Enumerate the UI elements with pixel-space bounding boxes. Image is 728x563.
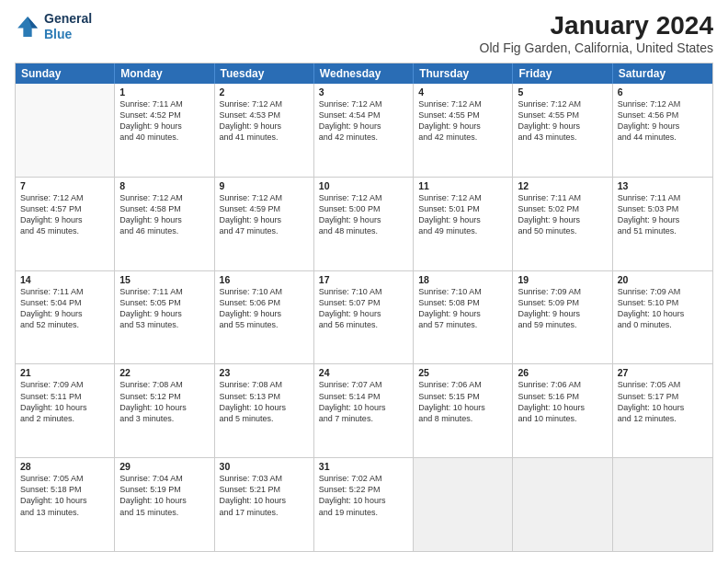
calendar-cell: 8Sunrise: 7:12 AMSunset: 4:58 PMDaylight… bbox=[115, 178, 214, 270]
cell-info-line: Sunrise: 7:11 AM bbox=[20, 286, 109, 297]
cell-info-line: and 45 minutes. bbox=[20, 225, 109, 236]
cell-info-line: and 47 minutes. bbox=[220, 225, 309, 236]
cell-info-line: and 56 minutes. bbox=[319, 319, 408, 330]
calendar-cell: 22Sunrise: 7:08 AMSunset: 5:12 PMDayligh… bbox=[115, 364, 214, 457]
cell-info-line: Sunset: 5:11 PM bbox=[20, 391, 109, 402]
cell-info-line: Daylight: 9 hours bbox=[319, 121, 408, 132]
cell-info-line: Sunrise: 7:09 AM bbox=[618, 286, 708, 297]
cell-info-line: and 40 minutes. bbox=[119, 132, 209, 143]
calendar-cell: 21Sunrise: 7:09 AMSunset: 5:11 PMDayligh… bbox=[16, 364, 115, 457]
calendar-cell: 26Sunrise: 7:06 AMSunset: 5:16 PMDayligh… bbox=[513, 364, 612, 457]
cell-info-line: Sunrise: 7:08 AM bbox=[220, 379, 309, 390]
calendar-cell: 15Sunrise: 7:11 AMSunset: 5:05 PMDayligh… bbox=[115, 271, 214, 364]
cell-info-line: Daylight: 9 hours bbox=[518, 214, 607, 225]
cell-info-line: and 41 minutes. bbox=[220, 132, 309, 143]
day-number: 8 bbox=[119, 180, 209, 191]
cell-info-line: Sunset: 5:05 PM bbox=[119, 297, 209, 308]
cell-info-line: Sunrise: 7:10 AM bbox=[220, 286, 309, 297]
cell-info-line: Daylight: 10 hours bbox=[220, 495, 309, 506]
weekday-header: Thursday bbox=[414, 63, 513, 84]
logo-icon bbox=[15, 14, 40, 40]
cell-info-line: Sunrise: 7:12 AM bbox=[220, 98, 309, 109]
logo-text: General Blue bbox=[44, 11, 92, 42]
calendar: SundayMondayTuesdayWednesdayThursdayFrid… bbox=[15, 63, 713, 552]
cell-info-line: Sunrise: 7:11 AM bbox=[618, 192, 708, 203]
day-number: 20 bbox=[618, 274, 708, 285]
calendar-cell: 3Sunrise: 7:12 AMSunset: 4:54 PMDaylight… bbox=[314, 84, 414, 177]
cell-info-line: Sunset: 5:22 PM bbox=[319, 484, 408, 495]
day-number: 30 bbox=[220, 461, 309, 472]
calendar-cell: 6Sunrise: 7:12 AMSunset: 4:56 PMDaylight… bbox=[613, 84, 712, 177]
cell-info-line: Sunset: 5:09 PM bbox=[518, 297, 607, 308]
calendar-cell: 25Sunrise: 7:06 AMSunset: 5:15 PMDayligh… bbox=[414, 364, 513, 457]
calendar-cell: 11Sunrise: 7:12 AMSunset: 5:01 PMDayligh… bbox=[414, 178, 513, 270]
cell-info-line: Sunrise: 7:08 AM bbox=[119, 379, 209, 390]
cell-info-line: Daylight: 10 hours bbox=[418, 402, 507, 413]
cell-info-line: Sunset: 5:16 PM bbox=[518, 391, 607, 402]
calendar-cell: 7Sunrise: 7:12 AMSunset: 4:57 PMDaylight… bbox=[16, 178, 115, 270]
calendar-cell: 1Sunrise: 7:11 AMSunset: 4:52 PMDaylight… bbox=[115, 84, 214, 177]
header: General Blue January 2024 Old Fig Garden… bbox=[15, 11, 713, 55]
day-number: 18 bbox=[418, 274, 507, 285]
cell-info-line: Sunset: 5:13 PM bbox=[220, 391, 309, 402]
cell-info-line: Sunset: 5:21 PM bbox=[220, 484, 309, 495]
cell-info-line: Sunset: 5:02 PM bbox=[518, 203, 607, 214]
page: General Blue January 2024 Old Fig Garden… bbox=[0, 0, 728, 563]
day-number: 17 bbox=[319, 274, 408, 285]
cell-info-line: Sunset: 5:10 PM bbox=[618, 297, 708, 308]
day-number: 5 bbox=[518, 86, 607, 98]
cell-info-line: Sunrise: 7:12 AM bbox=[319, 98, 408, 109]
day-number: 25 bbox=[418, 367, 507, 378]
calendar-cell bbox=[613, 458, 712, 551]
cell-info-line: Sunset: 5:03 PM bbox=[618, 203, 708, 214]
day-number: 16 bbox=[220, 274, 309, 285]
cell-info-line: Sunset: 5:01 PM bbox=[418, 203, 507, 214]
cell-info-line: Sunset: 5:14 PM bbox=[319, 391, 408, 402]
day-number: 7 bbox=[20, 180, 109, 191]
cell-info-line: and 3 minutes. bbox=[119, 413, 209, 424]
calendar-cell: 13Sunrise: 7:11 AMSunset: 5:03 PMDayligh… bbox=[613, 178, 712, 270]
day-number: 11 bbox=[418, 180, 507, 191]
cell-info-line: Sunset: 5:08 PM bbox=[418, 297, 507, 308]
cell-info-line: Sunset: 4:52 PM bbox=[119, 109, 209, 121]
cell-info-line: Sunrise: 7:05 AM bbox=[618, 379, 708, 390]
weekday-header: Wednesday bbox=[314, 63, 414, 84]
calendar-cell: 28Sunrise: 7:05 AMSunset: 5:18 PMDayligh… bbox=[16, 458, 115, 551]
day-number: 13 bbox=[618, 180, 708, 191]
cell-info-line: and 51 minutes. bbox=[618, 225, 708, 236]
calendar-cell: 24Sunrise: 7:07 AMSunset: 5:14 PMDayligh… bbox=[314, 364, 414, 457]
day-number: 31 bbox=[319, 461, 408, 472]
calendar-cell: 23Sunrise: 7:08 AMSunset: 5:13 PMDayligh… bbox=[215, 364, 314, 457]
day-number: 26 bbox=[518, 367, 607, 378]
cell-info-line: Daylight: 10 hours bbox=[220, 402, 309, 413]
cell-info-line: and 57 minutes. bbox=[418, 319, 507, 330]
cell-info-line: and 15 minutes. bbox=[119, 507, 209, 518]
cell-info-line: Daylight: 9 hours bbox=[418, 214, 507, 225]
cell-info-line: Sunrise: 7:09 AM bbox=[518, 286, 607, 297]
calendar-cell: 12Sunrise: 7:11 AMSunset: 5:02 PMDayligh… bbox=[513, 178, 612, 270]
cell-info-line: Daylight: 10 hours bbox=[618, 402, 708, 413]
weekday-header: Friday bbox=[513, 63, 612, 84]
cell-info-line: Sunrise: 7:11 AM bbox=[119, 286, 209, 297]
day-number: 23 bbox=[220, 367, 309, 378]
calendar-header: SundayMondayTuesdayWednesdayThursdayFrid… bbox=[16, 63, 712, 84]
cell-info-line: and 55 minutes. bbox=[220, 319, 309, 330]
day-number: 28 bbox=[20, 461, 109, 472]
cell-info-line: Sunrise: 7:03 AM bbox=[220, 473, 309, 484]
cell-info-line: and 42 minutes. bbox=[319, 132, 408, 143]
cell-info-line: and 8 minutes. bbox=[418, 413, 507, 424]
month-year: January 2024 bbox=[480, 11, 713, 40]
cell-info-line: Daylight: 10 hours bbox=[319, 402, 408, 413]
cell-info-line: Daylight: 9 hours bbox=[20, 308, 109, 319]
calendar-cell: 27Sunrise: 7:05 AMSunset: 5:17 PMDayligh… bbox=[613, 364, 712, 457]
cell-info-line: Sunrise: 7:10 AM bbox=[418, 286, 507, 297]
cell-info-line: Sunrise: 7:04 AM bbox=[119, 473, 209, 484]
calendar-cell: 31Sunrise: 7:02 AMSunset: 5:22 PMDayligh… bbox=[314, 458, 414, 551]
calendar-cell: 16Sunrise: 7:10 AMSunset: 5:06 PMDayligh… bbox=[215, 271, 314, 364]
cell-info-line: Sunset: 4:55 PM bbox=[418, 109, 507, 121]
cell-info-line: Sunrise: 7:06 AM bbox=[418, 379, 507, 390]
day-number: 19 bbox=[518, 274, 607, 285]
cell-info-line: Sunset: 4:57 PM bbox=[20, 203, 109, 214]
cell-info-line: Daylight: 9 hours bbox=[319, 214, 408, 225]
cell-info-line: Sunrise: 7:12 AM bbox=[119, 192, 209, 203]
